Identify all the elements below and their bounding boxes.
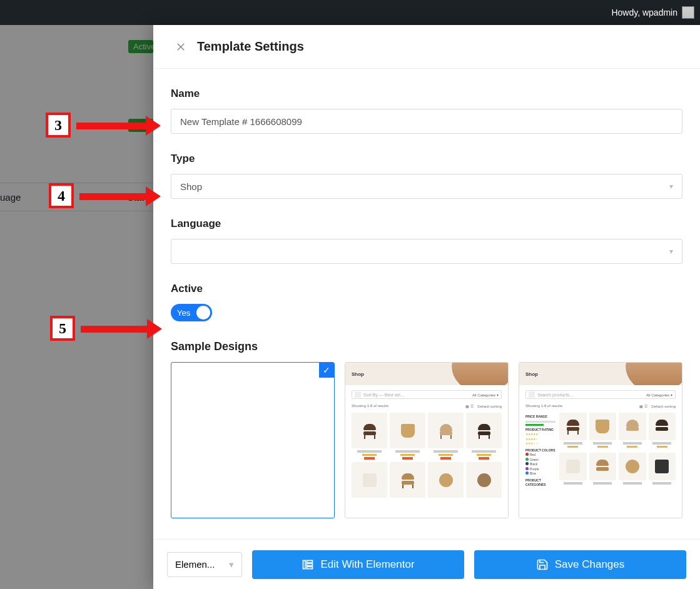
chevron-down-icon: ▾	[229, 559, 234, 570]
close-icon	[175, 41, 186, 53]
close-button[interactable]	[168, 34, 193, 59]
check-icon: ✓	[319, 363, 334, 378]
language-select[interactable]: ▾	[171, 239, 682, 264]
chevron-down-icon: ▾	[669, 247, 673, 256]
admin-greeting[interactable]: Howdy, wpadmin	[611, 8, 677, 18]
toggle-label: Yes	[177, 308, 190, 318]
sidebar-cats: PRODUCT CATEGORIES	[525, 478, 555, 488]
design-shop-sidebar[interactable]: Shop Search products…All Categories ▾ Sh…	[519, 362, 682, 518]
preview-title: Shop	[525, 371, 538, 377]
name-label: Name	[171, 88, 682, 100]
annotation-3: 3	[46, 113, 71, 138]
edit-label: Edit With Elementor	[320, 558, 414, 571]
annotation-4: 4	[49, 183, 74, 208]
shop-preview: Shop Search products…All Categories ▾ Sh…	[519, 363, 682, 518]
field-name: Name	[171, 88, 682, 134]
elementor-icon	[302, 558, 314, 571]
designs-grid: ✓ Shop Sort By — Best sel…All Categories…	[171, 362, 682, 518]
svg-rect-0	[303, 560, 305, 568]
active-toggle[interactable]: Yes	[171, 304, 212, 321]
preview-title: Shop	[352, 371, 364, 377]
arrow-icon	[79, 191, 161, 201]
type-label: Type	[171, 153, 682, 165]
sidebar-price: PRICE RANGE	[525, 415, 555, 420]
drawer-body: Name Type Shop ▾ Language ▾ Active Yes	[153, 69, 700, 539]
shop-preview: Shop Sort By — Best sel…All Categories ▾…	[345, 363, 508, 518]
annotation-5: 5	[50, 316, 75, 341]
edit-button[interactable]: Edit With Elementor	[252, 550, 464, 579]
settings-drawer: Template Settings Name Type Shop ▾ Langu…	[153, 25, 700, 589]
avatar[interactable]	[682, 7, 694, 18]
svg-rect-2	[307, 563, 313, 565]
builder-value: Elemen...	[175, 559, 215, 570]
name-input[interactable]	[171, 109, 682, 134]
type-select[interactable]: Shop ▾	[171, 174, 682, 199]
chevron-down-icon: ▾	[669, 182, 673, 191]
design-blank[interactable]: ✓	[171, 362, 335, 518]
arrow-icon	[81, 324, 162, 334]
field-language: Language ▾	[171, 218, 682, 264]
save-label: Save Changes	[555, 558, 625, 571]
designs-label: Sample Designs	[171, 340, 682, 353]
builder-select[interactable]: Elemen... ▾	[167, 552, 242, 577]
sidebar-colors: PRODUCT COLORS	[525, 448, 555, 453]
drawer-title: Template Settings	[197, 39, 304, 54]
type-value: Shop	[180, 181, 202, 192]
field-type: Type Shop ▾	[171, 153, 682, 199]
sidebar-rating: PRODUCT RATING	[525, 428, 555, 433]
active-label: Active	[171, 283, 682, 295]
save-button[interactable]: Save Changes	[474, 550, 686, 579]
svg-rect-3	[307, 566, 313, 568]
field-designs: Sample Designs ✓ Shop Sort By — Best sel…	[171, 340, 682, 518]
save-icon	[536, 558, 549, 571]
arrow-icon	[76, 121, 161, 131]
language-label: Language	[171, 218, 682, 230]
svg-rect-1	[307, 560, 313, 562]
admin-bar: Howdy, wpadmin	[0, 0, 700, 25]
field-active: Active Yes	[171, 283, 682, 321]
drawer-footer: Elemen... ▾ Edit With Elementor Save Cha…	[153, 539, 700, 589]
drawer-header: Template Settings	[153, 25, 700, 69]
toggle-knob	[196, 306, 210, 320]
design-shop-grid[interactable]: Shop Sort By — Best sel…All Categories ▾…	[345, 362, 509, 518]
